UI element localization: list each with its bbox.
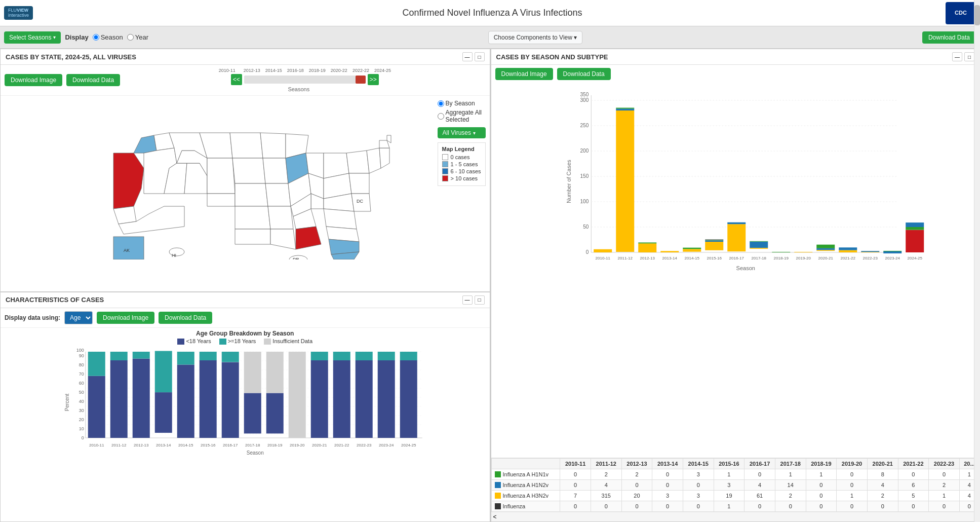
aggregate-label: Aggregate AllSelected <box>446 109 482 123</box>
legend-gt10-cases: > 10 cases <box>442 175 481 181</box>
bar-2017-h1n2v <box>750 242 768 248</box>
download-data-season-btn[interactable]: Download Data <box>557 68 611 80</box>
bar-2020-h1n2v <box>816 248 835 250</box>
table-header-row: 2010-11 2011-12 2012-13 2013-14 2014-15 … <box>491 459 979 469</box>
svg-text:2012-13: 2012-13 <box>134 443 149 448</box>
svg-text:2011-12: 2011-12 <box>617 256 633 260</box>
right-scrollbar[interactable] <box>974 49 980 522</box>
display-data-label: Display data using: <box>5 314 60 321</box>
char-bar-2016-o18 <box>222 352 239 362</box>
th-2021: 2021-22 <box>898 459 929 469</box>
char-bar-2024-o18 <box>400 352 417 360</box>
bar-2024-h1n1v <box>906 227 924 230</box>
season-chart-toolbar: Download Image Download Data <box>491 65 980 83</box>
th-2016: 2016-17 <box>744 459 775 469</box>
svg-text:0: 0 <box>585 249 589 255</box>
slider-track[interactable] <box>244 76 366 84</box>
bar-2017-h3n2v <box>750 248 768 249</box>
download-data-char-btn[interactable]: Download Data <box>159 312 212 324</box>
state-ks <box>235 206 270 229</box>
bar-2020-h1n1v <box>816 245 835 248</box>
cases-season-title: CASES BY SEASON AND SUBTYPE <box>496 53 608 61</box>
download-image-season-btn[interactable]: Download Image <box>495 68 553 80</box>
svg-text:300: 300 <box>580 97 589 103</box>
display-data-select[interactable]: Age Sex <box>64 311 93 324</box>
download-data-state-btn[interactable]: Download Data <box>66 74 120 86</box>
season-radio-label[interactable]: Season <box>93 33 123 41</box>
svg-text:2015-16: 2015-16 <box>201 443 216 448</box>
svg-text:2013-14: 2013-14 <box>156 443 171 448</box>
by-season-radio[interactable] <box>438 100 444 107</box>
bar-2015-other <box>705 240 723 240</box>
panel-cases-by-season: CASES BY SEASON AND SUBTYPE — □ Download… <box>490 49 981 522</box>
legend-box-1-5 <box>442 161 448 167</box>
aggregate-radio[interactable] <box>438 113 444 120</box>
season-radio[interactable] <box>93 34 99 41</box>
char-bar-2013-o18 <box>155 351 172 393</box>
svg-text:200: 200 <box>580 148 589 154</box>
th-2017: 2017-18 <box>775 459 806 469</box>
slider-fill <box>356 76 366 84</box>
svg-text:2012-13: 2012-13 <box>640 256 655 260</box>
map-radio-group: By Season Aggregate AllSelected <box>438 100 486 123</box>
state-nd <box>230 133 263 158</box>
subtype-h3n2v: Influenza A H3N2v <box>491 491 560 501</box>
char-bar-2023-o18 <box>378 352 395 360</box>
svg-text:2022-23: 2022-23 <box>863 256 878 260</box>
char-bar-2016-u18 <box>222 362 239 438</box>
by-season-radio-label[interactable]: By Season <box>438 100 486 107</box>
minimize-season-btn[interactable]: — <box>952 52 962 61</box>
bar-2021-h1n2v <box>839 247 857 250</box>
char-bar-2014-u18 <box>177 365 194 438</box>
char-bar-2018-u18 <box>266 393 284 434</box>
char-bar-2020-o18 <box>311 352 328 360</box>
panel-characteristics: CHARACTERISTICS OF CASES — □ Display dat… <box>0 292 490 522</box>
all-viruses-btn[interactable]: All Viruses <box>438 127 486 138</box>
maximize-season-btn[interactable]: □ <box>964 52 974 61</box>
bar-2020-h3n2v <box>816 250 835 251</box>
display-label: Display <box>65 33 88 41</box>
year-radio[interactable] <box>127 34 134 41</box>
state-tx-e <box>270 229 296 249</box>
download-image-char-btn[interactable]: Download Image <box>97 312 154 324</box>
state-tx-w <box>235 229 270 244</box>
svg-text:2011-12: 2011-12 <box>111 443 127 448</box>
download-image-state-btn[interactable]: Download Image <box>5 74 62 86</box>
state-mn <box>260 133 286 158</box>
season-data-table-container[interactable]: 2010-11 2011-12 2012-13 2013-14 2014-15 … <box>491 458 980 521</box>
svg-text:90: 90 <box>79 353 84 358</box>
svg-text:2015-16: 2015-16 <box>707 256 722 260</box>
download-data-button-main[interactable]: Download Data <box>922 31 976 44</box>
select-seasons-button[interactable]: Select Seasons <box>4 31 61 44</box>
minimize-state-btn[interactable]: — <box>462 52 473 61</box>
svg-text:2020-21: 2020-21 <box>818 256 833 260</box>
map-toolbar: Download Image Download Data 2010-11 201… <box>1 65 490 96</box>
choose-components-button[interactable]: Choose Components to View ▾ <box>488 31 583 44</box>
slider-next-btn[interactable]: >> <box>368 74 379 85</box>
aggregate-radio-label[interactable]: Aggregate AllSelected <box>438 109 486 123</box>
table-scroll-left[interactable]: < <box>493 513 497 520</box>
maximize-state-btn[interactable]: □ <box>475 52 485 61</box>
svg-text:10: 10 <box>79 426 84 431</box>
bar-2018-h1n1v <box>772 252 790 252</box>
bar-2021-h3n2v <box>839 250 857 252</box>
table-scroll-controls: < > <box>491 512 980 521</box>
season-slider-container: 2010-11 2012-13 2014-15 2016-18 2018-19 … <box>124 68 485 92</box>
slider-prev-btn[interactable]: << <box>231 74 242 85</box>
char-bar-2014-o18 <box>177 352 194 365</box>
char-bar-2011-o18 <box>110 352 128 360</box>
minimize-char-btn[interactable]: — <box>462 295 473 305</box>
year-option-label: Year <box>135 33 148 41</box>
state-vt-nh <box>379 140 389 148</box>
season-option-label: Season <box>101 33 123 41</box>
svg-text:2022-23: 2022-23 <box>357 443 372 448</box>
bar-2022-h1n2v <box>861 251 879 252</box>
char-bar-2015-u18 <box>200 360 217 438</box>
bar-2024-main <box>906 230 924 252</box>
th-2020: 2020-21 <box>867 459 898 469</box>
bar-2014-h3n2v <box>683 249 701 251</box>
maximize-char-btn[interactable]: □ <box>475 295 485 305</box>
table-row-influenza: Influenza 0000 0100 0000 00 <box>491 501 979 512</box>
year-radio-label[interactable]: Year <box>127 33 148 41</box>
state-nc-sc <box>324 209 357 229</box>
